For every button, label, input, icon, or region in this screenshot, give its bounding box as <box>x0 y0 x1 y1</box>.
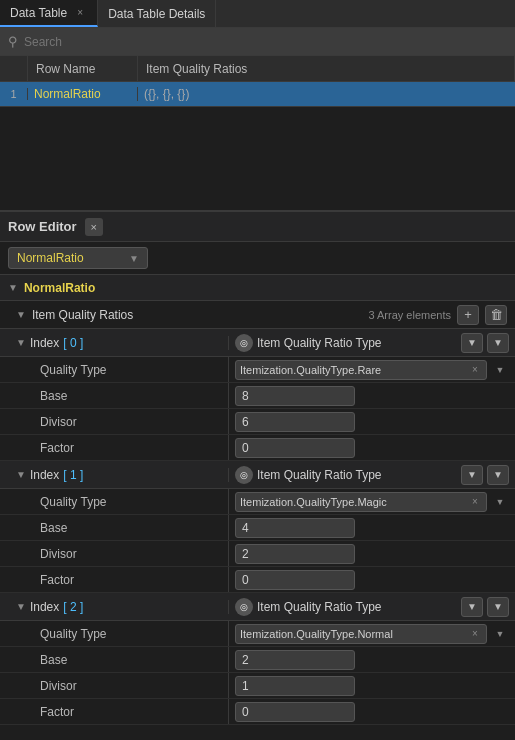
index-1-quality-type-label: Quality Type <box>0 489 229 514</box>
index-1-divisor-row: Divisor <box>0 541 515 567</box>
tab-data-table-details-label: Data Table Details <box>108 7 205 21</box>
index-1-base-input[interactable] <box>235 518 355 538</box>
index-1-base-row: Base <box>0 515 515 541</box>
index-2-row: ▼ Index [ 2 ] ◎ Item Quality Ratio Type … <box>0 593 515 621</box>
search-input[interactable] <box>24 35 507 49</box>
normalratio-section-header: ▼ NormalRatio <box>0 275 515 301</box>
tab-data-table-close[interactable]: × <box>73 6 87 20</box>
index-2-collapse-icon[interactable]: ▼ <box>16 601 26 612</box>
iqr-label: Item Quality Ratios <box>32 308 363 322</box>
index-1-collapse-icon[interactable]: ▼ <box>16 469 26 480</box>
index-2-right: ◎ Item Quality Ratio Type ▼ ▼ <box>229 597 515 617</box>
index-1-chip-dropdown[interactable]: ▼ <box>491 493 509 511</box>
index-0-base-label: Base <box>0 383 229 408</box>
iqr-collapse-icon[interactable]: ▼ <box>16 309 26 320</box>
index-2-quality-type-label: Quality Type <box>0 621 229 646</box>
empty-table-area <box>0 107 515 212</box>
index-1-quality-type-value: Itemization.QualityType.Magic × ▼ <box>229 492 515 512</box>
table-section: 1 NormalRatio ({}, {}, {}) <box>0 82 515 107</box>
index-2-chip-remove[interactable]: × <box>468 627 482 641</box>
row-selector-dropdown[interactable]: NormalRatio ▼ <box>8 247 148 269</box>
index-0-left: ▼ Index [ 0 ] <box>0 336 229 350</box>
tab-data-table-label: Data Table <box>10 6 67 20</box>
index-0-divisor-row: Divisor <box>0 409 515 435</box>
row-editor-close-button[interactable]: × <box>85 218 103 236</box>
index-0-type-dropdown-btn[interactable]: ▼ <box>461 333 483 353</box>
index-1-chip-remove[interactable]: × <box>468 495 482 509</box>
index-2-quality-chip: Itemization.QualityType.Normal × <box>235 624 487 644</box>
index-1-factor-label: Factor <box>0 567 229 592</box>
index-2-base-value <box>229 650 515 670</box>
index-0-label: Index <box>30 336 59 350</box>
index-1-quality-type-row: Quality Type Itemization.QualityType.Mag… <box>0 489 515 515</box>
table-row[interactable]: 1 NormalRatio ({}, {}, {}) <box>0 82 515 106</box>
index-0-collapse-icon[interactable]: ▼ <box>16 337 26 348</box>
index-1-divisor-value <box>229 544 515 564</box>
row-selector-value: NormalRatio <box>17 251 84 265</box>
index-2-chip-dropdown[interactable]: ▼ <box>491 625 509 643</box>
index-2-factor-row: Factor <box>0 699 515 725</box>
index-1-type-expand-btn[interactable]: ▼ <box>487 465 509 485</box>
index-2-divisor-row: Divisor <box>0 673 515 699</box>
iqr-add-button[interactable]: + <box>457 305 479 325</box>
index-1-divisor-input[interactable] <box>235 544 355 564</box>
row-number: 1 <box>0 88 28 100</box>
index-0-num: [ 0 ] <box>63 336 83 350</box>
row-selector-row: NormalRatio ▼ <box>0 242 515 275</box>
index-0-factor-value <box>229 438 515 458</box>
search-bar: ⚲ <box>0 28 515 56</box>
index-1-right: ◎ Item Quality Ratio Type ▼ ▼ <box>229 465 515 485</box>
th-quality: Item Quality Ratios <box>138 56 515 81</box>
index-2-type-expand-btn[interactable]: ▼ <box>487 597 509 617</box>
index-1-type-icon: ◎ <box>235 466 253 484</box>
index-1-base-value <box>229 518 515 538</box>
index-2-type-dropdown-btn[interactable]: ▼ <box>461 597 483 617</box>
index-0-right: ◎ Item Quality Ratio Type ▼ ▼ <box>229 333 515 353</box>
index-0-divisor-value <box>229 412 515 432</box>
index-0-divisor-label: Divisor <box>0 409 229 434</box>
index-0-divisor-input[interactable] <box>235 412 355 432</box>
row-name-cell: NormalRatio <box>28 87 138 101</box>
index-0-factor-input[interactable] <box>235 438 355 458</box>
index-0-base-input[interactable] <box>235 386 355 406</box>
item-quality-ratios-header: ▼ Item Quality Ratios 3 Array elements +… <box>0 301 515 329</box>
index-1-type-dropdown-btn[interactable]: ▼ <box>461 465 483 485</box>
index-1-type-label: Item Quality Ratio Type <box>257 468 457 482</box>
iqr-delete-button[interactable]: 🗑 <box>485 305 507 325</box>
index-1-factor-input[interactable] <box>235 570 355 590</box>
index-2-factor-value <box>229 702 515 722</box>
search-icon: ⚲ <box>8 34 18 49</box>
th-row-name: Row Name <box>28 56 138 81</box>
index-2-chip-text: Itemization.QualityType.Normal <box>240 628 464 640</box>
index-2-left: ▼ Index [ 2 ] <box>0 600 229 614</box>
row-editor-header: Row Editor × <box>0 212 515 242</box>
index-2-base-label: Base <box>0 647 229 672</box>
index-1-base-label: Base <box>0 515 229 540</box>
tab-data-table[interactable]: Data Table × <box>0 0 98 27</box>
index-0-type-label: Item Quality Ratio Type <box>257 336 457 350</box>
section-collapse-icon[interactable]: ▼ <box>8 282 18 293</box>
index-1-quality-chip: Itemization.QualityType.Magic × <box>235 492 487 512</box>
index-0-type-expand-btn[interactable]: ▼ <box>487 333 509 353</box>
index-0-quality-type-row: Quality Type Itemization.QualityType.Rar… <box>0 357 515 383</box>
tab-bar: Data Table × Data Table Details <box>0 0 515 28</box>
index-0-chip-dropdown[interactable]: ▼ <box>491 361 509 379</box>
index-2-quality-type-row: Quality Type Itemization.QualityType.Nor… <box>0 621 515 647</box>
index-0-chip-remove[interactable]: × <box>468 363 482 377</box>
tab-data-table-details[interactable]: Data Table Details <box>98 0 216 27</box>
index-1-factor-value <box>229 570 515 590</box>
index-2-num: [ 2 ] <box>63 600 83 614</box>
index-1-num: [ 1 ] <box>63 468 83 482</box>
index-0-row: ▼ Index [ 0 ] ◎ Item Quality Ratio Type … <box>0 329 515 357</box>
index-2-divisor-input[interactable] <box>235 676 355 696</box>
index-1-divisor-label: Divisor <box>0 541 229 566</box>
dropdown-arrow-icon: ▼ <box>129 253 139 264</box>
index-2-factor-label: Factor <box>0 699 229 724</box>
index-0-quality-type-label: Quality Type <box>0 357 229 382</box>
index-2-base-input[interactable] <box>235 650 355 670</box>
table-header: Row Name Item Quality Ratios <box>0 56 515 82</box>
index-2-factor-input[interactable] <box>235 702 355 722</box>
quality-cell: ({}, {}, {}) <box>138 87 515 101</box>
index-1-label: Index <box>30 468 59 482</box>
section-label: NormalRatio <box>24 281 95 295</box>
